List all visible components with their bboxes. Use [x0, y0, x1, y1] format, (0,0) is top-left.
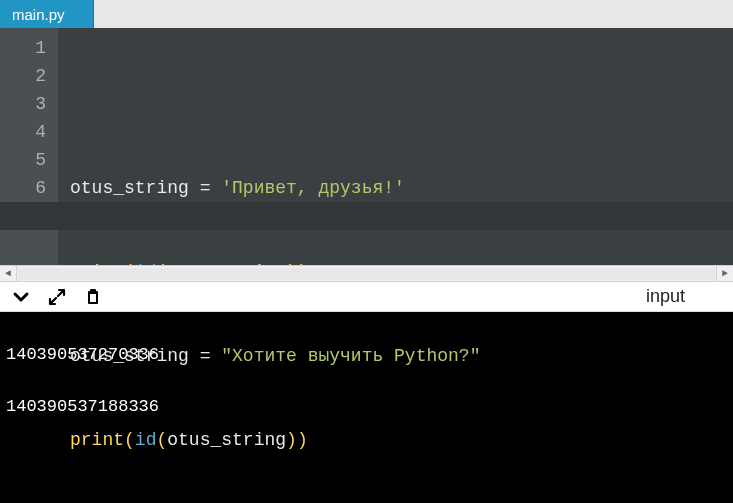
scroll-right-arrow-icon[interactable]: ► — [716, 266, 733, 281]
identifier: otus_string — [70, 346, 189, 366]
line-number: 2 — [0, 62, 58, 90]
code-line: otus_string = 'Привет, друзья!' — [70, 174, 733, 202]
paren: ( — [124, 430, 135, 450]
line-number: 1 — [0, 34, 58, 62]
line-number: 4 — [0, 118, 58, 146]
line-number: 3 — [0, 90, 58, 118]
code-editor[interactable]: 1 2 3 4 5 6 7 otus_string = 'Привет, дру… — [0, 28, 733, 265]
tab-bar: main.py — [0, 0, 733, 28]
identifier: otus_string — [70, 178, 189, 198]
code-line — [70, 90, 733, 118]
collapse-button[interactable] — [8, 284, 34, 310]
paren: ( — [156, 430, 167, 450]
paren: )) — [286, 430, 308, 450]
code-area[interactable]: otus_string = 'Привет, друзья!' print(id… — [58, 28, 733, 265]
string-literal: "Хотите выучить Python?" — [221, 346, 480, 366]
line-number: 6 — [0, 174, 58, 202]
tab-filename: main.py — [12, 6, 65, 23]
identifier: otus_string — [167, 430, 286, 450]
code-line: print(id(otus_string)) — [70, 426, 733, 454]
expand-button[interactable] — [44, 284, 70, 310]
operator: = — [189, 346, 221, 366]
scrollbar-thumb[interactable] — [18, 268, 715, 280]
scroll-left-arrow-icon[interactable]: ◄ — [0, 266, 17, 281]
tab-main-py[interactable]: main.py — [0, 0, 94, 28]
expand-icon — [48, 288, 66, 306]
operator: = — [189, 178, 221, 198]
builtin-id: id — [135, 430, 157, 450]
chevron-down-icon — [12, 288, 30, 306]
horizontal-scrollbar[interactable]: ◄ ► — [0, 265, 733, 282]
builtin-print: print — [70, 430, 124, 450]
string-literal: 'Привет, друзья!' — [221, 178, 405, 198]
code-line: otus_string = "Хотите выучить Python?" — [70, 342, 733, 370]
line-number: 5 — [0, 146, 58, 174]
